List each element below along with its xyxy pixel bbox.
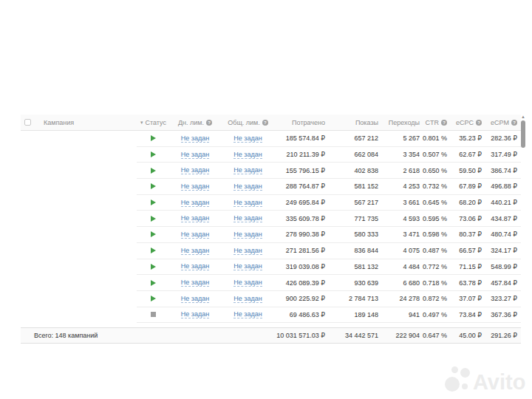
scrollbar-thumb[interactable] (521, 120, 525, 148)
column-header-campaign[interactable]: Кампания (21, 119, 137, 126)
table-row[interactable]: Не задан Не задан 271 281.56 ₽ 836 844 4… (21, 243, 521, 259)
daily-limit-link[interactable]: Не задан (181, 214, 209, 222)
column-header-total-limit[interactable]: Общ. лим.? (220, 119, 276, 126)
column-label-campaign: Кампания (44, 119, 74, 126)
total-limit-link[interactable]: Не задан (233, 183, 262, 191)
column-header-impressions[interactable]: Показы (329, 119, 382, 126)
clicks-cell: 5 267 (382, 131, 423, 147)
status-play-icon (151, 231, 156, 237)
daily-limit-link[interactable]: Не задан (181, 199, 209, 207)
total-limit-link[interactable]: Не задан (233, 247, 262, 255)
select-all-checkbox[interactable] (24, 119, 31, 126)
daily-limit-cell: Не задан (170, 211, 220, 227)
total-limit-cell: Не задан (220, 179, 276, 195)
column-header-spent[interactable]: Потрачено (276, 119, 329, 126)
info-icon[interactable]: ? (441, 120, 447, 126)
clicks-cell: 4 075 (382, 243, 423, 259)
daily-limit-link[interactable]: Не задан (181, 310, 209, 318)
column-header-ecpc[interactable]: eCPC? (451, 119, 485, 126)
daily-limit-cell: Не задан (170, 259, 220, 276)
status-play-icon (151, 135, 156, 141)
ecpc-cell: 37.07 ₽ (451, 291, 485, 307)
total-limit-cell: Не задан (220, 307, 276, 324)
total-limit-link[interactable]: Не задан (233, 279, 262, 287)
ecpm-cell: 317.49 ₽ (485, 147, 521, 163)
ecpm-cell: 480.74 ₽ (485, 227, 521, 243)
totals-ctr: 0.647 % (423, 332, 451, 339)
column-header-status[interactable]: ▾ Статус (137, 119, 170, 126)
spent-cell: 278 990.38 ₽ (276, 227, 329, 243)
campaign-name-cell-redacted (21, 147, 137, 163)
status-play-icon (151, 200, 156, 205)
ecpc-cell: 59.50 ₽ (451, 163, 485, 179)
ctr-cell: 0.645 % (423, 195, 451, 211)
table-row[interactable]: Не задан Не задан 249 695.84 ₽ 567 217 3… (21, 195, 521, 211)
daily-limit-link[interactable]: Не задан (181, 183, 209, 191)
daily-limit-link[interactable]: Не задан (181, 295, 209, 303)
column-header-daily-limit[interactable]: Дн. лим.? (170, 119, 220, 126)
ctr-cell: 0.872 % (423, 291, 451, 307)
campaign-name-cell-redacted (21, 275, 137, 291)
column-label-status: Статус (146, 119, 166, 126)
info-icon[interactable]: ? (262, 120, 268, 126)
table-row[interactable]: Не задан Не задан 288 764.87 ₽ 581 152 4… (21, 179, 521, 195)
daily-limit-cell: Не задан (170, 307, 220, 324)
daily-limit-link[interactable]: Не задан (181, 279, 209, 287)
impressions-cell: 189 148 (329, 307, 382, 324)
impressions-cell: 581 152 (329, 179, 382, 195)
total-limit-link[interactable]: Не задан (233, 166, 262, 174)
status-cell (137, 291, 170, 307)
clicks-cell: 4 593 (382, 211, 423, 227)
total-limit-link[interactable]: Не задан (233, 295, 262, 303)
column-header-ctr[interactable]: CTR? (423, 119, 451, 126)
column-label-daily-limit: Дн. лим. (178, 119, 204, 126)
daily-limit-cell: Не задан (170, 179, 220, 195)
table-row[interactable]: Не задан Не задан 319 039.08 ₽ 581 132 4… (21, 259, 521, 276)
info-icon[interactable]: ? (206, 120, 212, 126)
total-limit-link[interactable]: Не задан (233, 134, 262, 143)
total-limit-link[interactable]: Не задан (233, 262, 262, 270)
daily-limit-link[interactable]: Не задан (181, 231, 209, 239)
table-row[interactable]: Не задан Не задан 335 609.78 ₽ 771 735 4… (21, 211, 521, 227)
daily-limit-link[interactable]: Не задан (181, 151, 209, 159)
status-filter-caret-icon[interactable]: ▾ (140, 120, 143, 126)
clicks-cell: 3 471 (382, 227, 423, 243)
status-cell (137, 163, 170, 179)
table-row[interactable]: Не задан Не задан 69 486.63 ₽ 189 148 94… (21, 307, 521, 324)
status-cell (137, 195, 170, 211)
total-limit-link[interactable]: Не задан (233, 214, 262, 222)
daily-limit-link[interactable]: Не задан (181, 247, 209, 255)
status-cell (137, 307, 170, 324)
column-header-clicks[interactable]: Переходы (382, 119, 423, 126)
info-icon[interactable]: ? (476, 120, 482, 126)
table-row[interactable]: Не задан Не задан 278 990.38 ₽ 580 333 3… (21, 227, 521, 243)
table-row[interactable]: Не задан Не задан 900 225.92 ₽ 2 784 713… (21, 291, 521, 307)
spent-cell: 155 796.15 ₽ (276, 163, 329, 179)
table-row[interactable]: Не задан Не задан 426 089.39 ₽ 930 639 6… (21, 275, 521, 291)
daily-limit-link[interactable]: Не задан (181, 262, 209, 270)
vertical-scrollbar[interactable]: ▲ (520, 115, 526, 345)
total-limit-link[interactable]: Не задан (233, 310, 262, 318)
totals-ecpc: 45.00 ₽ (451, 332, 485, 339)
total-limit-link[interactable]: Не задан (233, 231, 262, 239)
table-row[interactable]: Не задан Не задан 210 211.39 ₽ 662 084 3… (21, 147, 521, 163)
scroll-up-arrow-icon[interactable]: ▲ (520, 115, 526, 119)
spent-cell: 210 211.39 ₽ (276, 147, 329, 163)
status-cell (137, 275, 170, 291)
table-row[interactable]: Не задан Не задан 155 796.15 ₽ 402 838 2… (21, 163, 521, 179)
impressions-cell: 657 212 (329, 131, 382, 147)
total-limit-link[interactable]: Не задан (233, 151, 262, 159)
campaigns-table: Кампания ▾ Статус Дн. лим.? Общ. лим.? П… (21, 115, 521, 344)
campaign-name-cell-redacted (21, 179, 137, 195)
column-header-ecpm[interactable]: eCPM? (485, 119, 521, 126)
daily-limit-link[interactable]: Не задан (181, 134, 209, 143)
info-icon[interactable]: ? (511, 120, 517, 126)
daily-limit-link[interactable]: Не задан (181, 166, 209, 174)
spent-cell: 335 609.78 ₽ (276, 211, 329, 227)
table-row[interactable]: Не задан Не задан 185 574.84 ₽ 657 212 5… (21, 131, 521, 147)
total-limit-link[interactable]: Не задан (233, 199, 262, 207)
campaign-name-cell-redacted (21, 291, 137, 307)
table-body: Не задан Не задан 185 574.84 ₽ 657 212 5… (21, 131, 521, 323)
total-limit-cell: Не задан (220, 227, 276, 243)
column-label-ecpm: eCPM (491, 119, 509, 126)
